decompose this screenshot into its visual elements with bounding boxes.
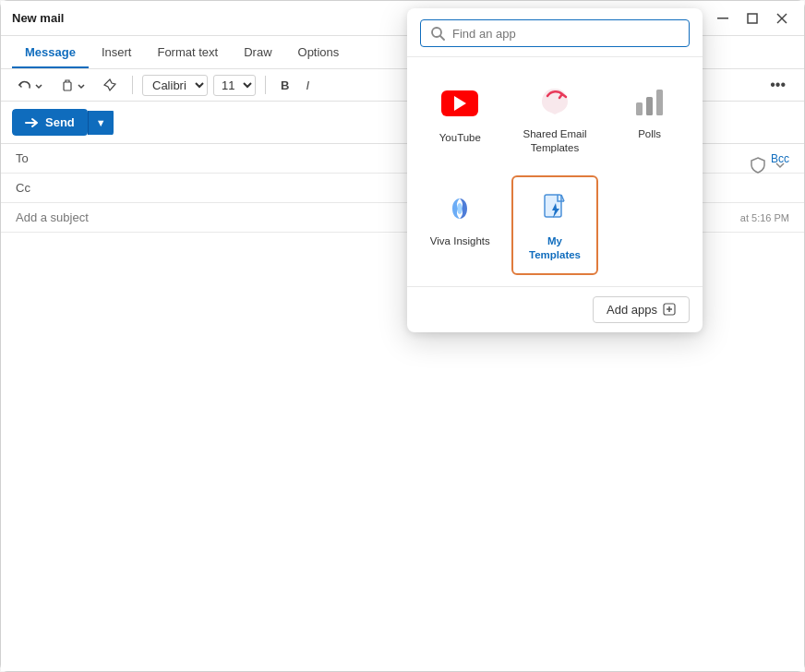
youtube-label: YouTube (439, 131, 481, 145)
chevron-down-icon (775, 160, 786, 171)
svg-rect-7 (636, 102, 643, 115)
viva-insights-label: Viva Insights (430, 234, 490, 248)
window-controls (712, 7, 793, 30)
timestamp-label: at 5:16 PM (740, 212, 789, 223)
undo-button[interactable] (12, 75, 49, 95)
svg-rect-9 (656, 90, 663, 115)
separator-1 (132, 76, 133, 94)
apps-grid: YouTube Shared Email Templates (407, 57, 703, 286)
italic-button[interactable]: I (300, 76, 315, 95)
viva-insights-icon (439, 188, 480, 229)
app-item-shared-email-templates[interactable]: Shared Email Templates (511, 68, 599, 168)
shield-icon (749, 156, 767, 174)
maximize-button[interactable] (741, 7, 763, 30)
send-dropdown-button[interactable]: ▼ (88, 111, 114, 135)
minimize-button[interactable] (712, 7, 734, 30)
bold-button[interactable]: B (275, 76, 294, 95)
svg-rect-4 (64, 82, 71, 90)
window-title: New mail (12, 11, 64, 25)
tab-format-text[interactable]: Format text (144, 36, 231, 68)
to-label: To (16, 151, 53, 165)
add-apps-button[interactable]: Add apps (593, 296, 690, 323)
search-icon (430, 26, 445, 41)
svg-line-6 (440, 36, 444, 40)
shared-email-templates-icon (535, 81, 575, 122)
popup-footer: Add apps (407, 286, 703, 332)
svg-rect-1 (748, 14, 757, 23)
mail-window: New mail Message Insert Format text Draw… (0, 0, 805, 672)
my-templates-icon (535, 188, 575, 229)
plus-icon (663, 303, 676, 316)
popup-search-area (407, 8, 703, 57)
my-templates-label: My Templates (521, 234, 590, 262)
polls-icon (630, 81, 670, 122)
svg-rect-8 (646, 97, 653, 115)
search-field-container (420, 19, 690, 47)
font-family-select[interactable]: Calibri (142, 75, 208, 96)
find-app-popup: YouTube Shared Email Templates (407, 8, 703, 332)
tab-options[interactable]: Options (285, 36, 353, 68)
more-options-button[interactable]: ••• (763, 73, 793, 97)
app-item-my-templates[interactable]: My Templates (511, 175, 599, 275)
font-size-select[interactable]: 11 (213, 75, 256, 96)
paste-button[interactable] (54, 75, 91, 95)
close-button[interactable] (771, 7, 793, 30)
separator-2 (265, 76, 266, 94)
app-item-polls[interactable]: Polls (606, 68, 693, 168)
shared-email-templates-label: Shared Email Templates (521, 127, 590, 155)
svg-rect-11 (545, 195, 561, 217)
find-app-input[interactable] (452, 27, 679, 41)
security-icons (749, 156, 786, 174)
tab-message[interactable]: Message (12, 36, 89, 68)
send-button-group: Send ▼ (12, 109, 114, 136)
svg-point-10 (457, 203, 463, 214)
cc-label: Cc (16, 181, 53, 195)
polls-label: Polls (638, 127, 661, 141)
pin-button[interactable] (97, 75, 123, 95)
tab-draw[interactable]: Draw (231, 36, 284, 68)
tab-insert[interactable]: Insert (89, 36, 145, 68)
app-item-viva-insights[interactable]: Viva Insights (416, 175, 504, 275)
app-item-youtube[interactable]: YouTube (416, 68, 504, 168)
svg-rect-0 (717, 18, 728, 19)
youtube-icon (438, 81, 482, 126)
send-button[interactable]: Send (12, 109, 88, 136)
